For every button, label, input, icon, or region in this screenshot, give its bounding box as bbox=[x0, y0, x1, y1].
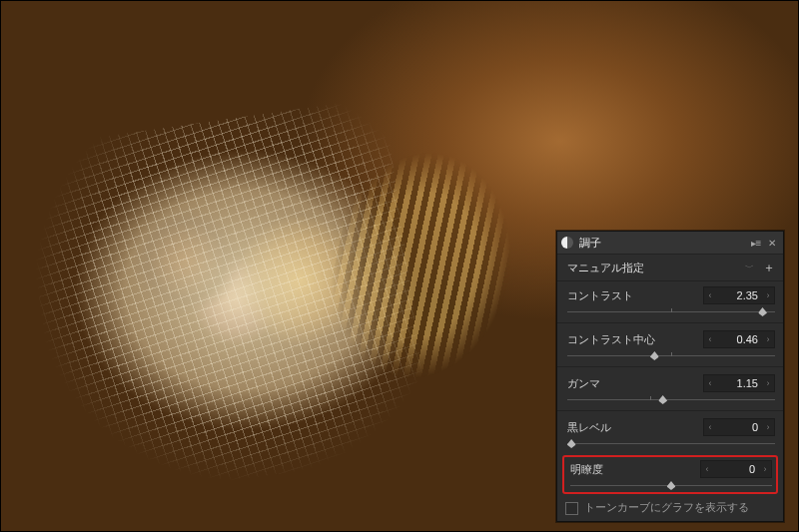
tone-mode-dropdown[interactable]: マニュアル指定 bbox=[567, 261, 742, 275]
contrast-value: 2.35 bbox=[716, 289, 762, 301]
tone-mode-value: マニュアル指定 bbox=[567, 261, 644, 275]
slider-default-notch bbox=[650, 396, 651, 400]
spinner-right-icon[interactable]: › bbox=[762, 378, 774, 388]
contrast-center-block: コントラスト中心 ‹ 0.46 › bbox=[557, 325, 783, 364]
spinner-right-icon[interactable]: › bbox=[762, 290, 774, 300]
contrast-label: コントラスト bbox=[567, 288, 703, 303]
clarity-highlight-box: 明瞭度 ‹ 0 › bbox=[562, 455, 778, 494]
chevron-down-icon[interactable]: ﹀ bbox=[742, 262, 757, 274]
gamma-value: 1.15 bbox=[716, 377, 762, 389]
contrast-center-value: 0.46 bbox=[716, 333, 762, 345]
contrast-center-spinner[interactable]: ‹ 0.46 › bbox=[703, 330, 775, 348]
tone-panel: 調子 ▸≡ ✕ マニュアル指定 ﹀ ＋ コントラスト ‹ 2.35 › bbox=[556, 231, 784, 522]
clarity-slider[interactable] bbox=[570, 480, 772, 492]
spinner-left-icon[interactable]: ‹ bbox=[704, 378, 716, 388]
black-level-label: 黒レベル bbox=[567, 420, 703, 435]
slider-default-notch bbox=[671, 308, 672, 312]
gamma-slider[interactable] bbox=[567, 394, 775, 406]
black-level-block: 黒レベル ‹ 0 › bbox=[557, 413, 783, 452]
tone-curve-graph-row[interactable]: トーンカーブにグラフを表示する bbox=[557, 497, 783, 521]
tone-curve-graph-label: トーンカーブにグラフを表示する bbox=[584, 501, 749, 515]
spinner-right-icon[interactable]: › bbox=[762, 422, 774, 432]
contrast-slider[interactable] bbox=[567, 306, 775, 318]
divider bbox=[557, 366, 783, 367]
black-level-slider[interactable] bbox=[567, 438, 775, 450]
black-level-spinner[interactable]: ‹ 0 › bbox=[703, 418, 775, 436]
slider-track bbox=[567, 443, 775, 444]
clarity-value: 0 bbox=[713, 463, 759, 475]
spinner-right-icon[interactable]: › bbox=[762, 334, 774, 344]
slider-default-notch bbox=[671, 352, 672, 356]
gamma-block: ガンマ ‹ 1.15 › bbox=[557, 369, 783, 408]
spinner-left-icon[interactable]: ‹ bbox=[704, 290, 716, 300]
tone-curve-graph-checkbox[interactable] bbox=[565, 502, 578, 515]
slider-thumb[interactable] bbox=[758, 307, 767, 316]
contrast-block: コントラスト ‹ 2.35 › bbox=[557, 281, 783, 320]
add-preset-button[interactable]: ＋ bbox=[761, 260, 777, 275]
tone-icon bbox=[561, 237, 573, 249]
clarity-label: 明瞭度 bbox=[570, 462, 700, 477]
slider-thumb[interactable] bbox=[650, 351, 659, 360]
gamma-spinner[interactable]: ‹ 1.15 › bbox=[703, 374, 775, 392]
slider-thumb[interactable] bbox=[567, 439, 576, 448]
divider bbox=[557, 410, 783, 411]
slider-thumb[interactable] bbox=[658, 395, 667, 404]
tone-panel-title: 調子 bbox=[579, 236, 747, 251]
clarity-spinner[interactable]: ‹ 0 › bbox=[700, 460, 772, 478]
spinner-right-icon[interactable]: › bbox=[759, 464, 771, 474]
tone-mode-row: マニュアル指定 ﹀ ＋ bbox=[557, 255, 783, 281]
spinner-left-icon[interactable]: ‹ bbox=[701, 464, 713, 474]
black-level-value: 0 bbox=[716, 421, 762, 433]
spinner-left-icon[interactable]: ‹ bbox=[704, 334, 716, 344]
panel-menu-icon[interactable]: ▸≡ bbox=[749, 238, 763, 249]
panel-close-icon[interactable]: ✕ bbox=[765, 238, 779, 249]
slider-track bbox=[567, 399, 775, 400]
divider bbox=[557, 322, 783, 323]
gamma-label: ガンマ bbox=[567, 376, 703, 391]
spinner-left-icon[interactable]: ‹ bbox=[704, 422, 716, 432]
slider-thumb[interactable] bbox=[667, 481, 676, 490]
contrast-spinner[interactable]: ‹ 2.35 › bbox=[703, 286, 775, 304]
app-viewport: 調子 ▸≡ ✕ マニュアル指定 ﹀ ＋ コントラスト ‹ 2.35 › bbox=[0, 0, 799, 532]
contrast-center-label: コントラスト中心 bbox=[567, 332, 703, 347]
contrast-center-slider[interactable] bbox=[567, 350, 775, 362]
tone-panel-header[interactable]: 調子 ▸≡ ✕ bbox=[557, 232, 783, 255]
